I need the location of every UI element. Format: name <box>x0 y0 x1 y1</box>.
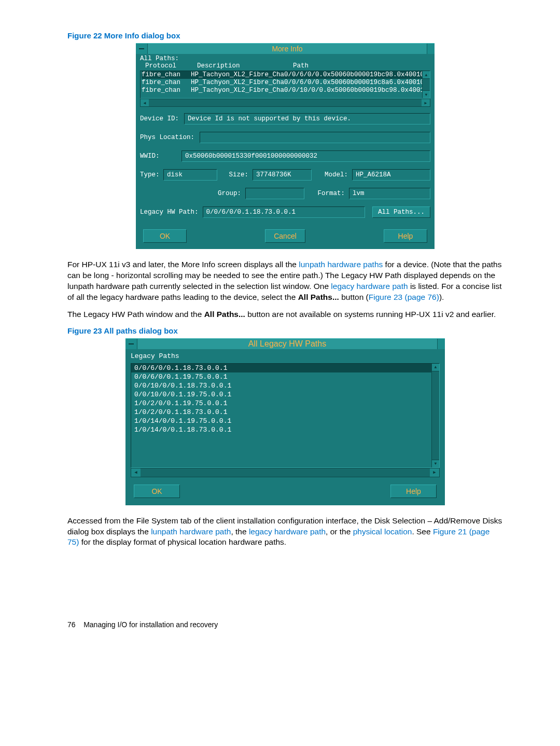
list-row[interactable]: fibre_chan HP_Tachyon_XL2_Fibre_Cha 0/0/… <box>142 87 429 94</box>
size-field: 37748736K <box>253 169 312 181</box>
scroll-left-icon[interactable]: ◀ <box>131 468 141 477</box>
wwid-label: WWID: <box>140 153 181 160</box>
all-paths-header: All Paths: <box>140 55 430 62</box>
scroll-up-icon[interactable]: ▲ <box>432 364 439 371</box>
cell-path: 0/0/6/0/0.0x50060b000019c8a6.0x4001000 <box>284 79 429 87</box>
list-row[interactable]: fibre_chan HP_Tachyon_XL2_Fibre_Cha 0/0/… <box>142 79 429 87</box>
phys-location-label: Phys Location: <box>140 134 194 141</box>
ok-button[interactable]: OK <box>143 229 187 243</box>
scroll-down-icon[interactable]: ▼ <box>432 460 439 467</box>
lunpath-hw-paths-link[interactable]: lunpath hardware paths <box>299 260 383 269</box>
format-field: lvm <box>349 188 430 199</box>
window-menu-icon[interactable] <box>136 44 148 54</box>
legacy-paths-header: Legacy Paths <box>125 349 445 360</box>
model-label: Model: <box>312 171 348 178</box>
list-item[interactable]: 1/0/14/0/0.1.19.75.0.0.1 <box>131 417 439 425</box>
list-item[interactable]: 1/0/14/0/0.1.18.73.0.0.1 <box>131 425 439 434</box>
size-label: Size: <box>217 171 248 178</box>
format-label: Format: <box>304 190 345 197</box>
col-protocol: Protocol <box>145 62 197 70</box>
window-resize-icon[interactable] <box>437 339 445 349</box>
scroll-up-icon[interactable]: ▲ <box>423 71 430 79</box>
col-description: Description <box>197 62 293 70</box>
dialog-title: All Legacy HW Paths <box>137 339 437 349</box>
body-paragraph: For HP-UX 11i v3 and later, the More Inf… <box>67 259 503 303</box>
paths-listbox[interactable]: fibre_chan HP_Tachyon_XL2_Fibre_Cha 0/0/… <box>140 71 430 99</box>
scroll-down-icon[interactable]: ▼ <box>423 90 430 98</box>
ok-button[interactable]: OK <box>134 485 180 498</box>
help-button[interactable]: Help <box>390 485 437 498</box>
titlebar: All Legacy HW Paths <box>125 338 445 349</box>
legacy-hw-path-link[interactable]: legacy hardware path <box>331 282 408 291</box>
window-resize-icon[interactable] <box>427 44 435 54</box>
list-item[interactable]: 0/0/10/0/0.1.19.75.0.0.1 <box>131 390 439 399</box>
cell-description: HP_Tachyon_XL2_Fibre_Cha <box>191 87 284 94</box>
cell-description: HP_Tachyon_XL2_Fibre_Cha <box>191 79 284 87</box>
legacy-hw-path-label: Legacy HW Path: <box>140 209 199 216</box>
scroll-right-icon[interactable]: ▶ <box>422 99 430 106</box>
cell-protocol: fibre_chan <box>142 71 191 79</box>
horizontal-scrollbar[interactable]: ◀ ▶ <box>140 99 430 107</box>
cell-protocol: fibre_chan <box>142 79 191 87</box>
scroll-left-icon[interactable]: ◀ <box>141 99 149 106</box>
figure23-ref-link[interactable]: Figure 23 (page 76) <box>369 293 439 301</box>
legacy-paths-listbox[interactable]: 0/0/6/0/0.1.18.73.0.0.1 0/0/6/0/0.1.19.7… <box>131 363 440 468</box>
dialog-title: More Info <box>148 44 427 54</box>
model-field: HP_A6218A <box>352 169 430 181</box>
body-paragraph: Accessed from the File System tab of the… <box>67 516 503 548</box>
phys-location-field <box>200 132 430 143</box>
horizontal-scrollbar[interactable]: ◀ ▶ <box>131 468 440 477</box>
list-item[interactable]: 0/0/6/0/0.1.18.73.0.0.1 <box>131 364 439 372</box>
legacy-hw-path-field: 0/0/6/0/0.1.18.73.0.0.1 <box>203 206 365 218</box>
physical-location-link[interactable]: physical location <box>353 527 412 536</box>
group-label: Group: <box>218 190 241 197</box>
scroll-right-icon[interactable]: ▶ <box>430 468 439 477</box>
all-paths-dialog: All Legacy HW Paths Legacy Paths 0/0/6/0… <box>125 338 445 505</box>
vertical-scrollbar[interactable]: ▲ ▼ <box>431 364 439 467</box>
type-label: Type: <box>140 171 163 178</box>
list-item[interactable]: 0/0/10/0/0.1.18.73.0.0.1 <box>131 381 439 390</box>
list-row[interactable]: fibre_chan HP_Tachyon_XL2_Fibre_Cha 0/0/… <box>142 71 429 79</box>
cell-path: 0/0/10/0/0.0x50060b000019bc98.0x400100 <box>284 87 429 94</box>
cell-path: 0/0/6/0/0.0x50060b000019bc98.0x4001001 <box>284 71 429 79</box>
wwid-field: 0x50060b000015330f0001000000000032 <box>181 150 430 162</box>
list-item[interactable]: 1/0/2/0/0.1.18.73.0.0.1 <box>131 408 439 417</box>
list-item[interactable]: 0/0/6/0/0.1.19.75.0.0.1 <box>131 372 439 381</box>
window-menu-icon[interactable] <box>125 339 137 349</box>
chapter-title: Managing I/O for installation and recove… <box>83 620 218 629</box>
titlebar: More Info <box>136 43 435 54</box>
figure22-caption: Figure 22 More Info dialog box <box>67 31 503 40</box>
body-paragraph: The Legacy HW Path window and the All Pa… <box>67 309 503 320</box>
device-id-field: Device Id is not supported by this devic… <box>184 113 430 125</box>
vertical-scrollbar[interactable]: ▲ ▼ <box>422 71 430 98</box>
more-info-dialog: More Info All Paths: Protocol Descriptio… <box>136 43 435 249</box>
legacy-hw-path-link[interactable]: legacy hardware path <box>249 527 326 536</box>
cancel-button[interactable]: Cancel <box>265 229 305 243</box>
all-paths-button[interactable]: All Paths... <box>372 206 430 218</box>
type-field: disk <box>163 169 217 181</box>
help-button[interactable]: Help <box>384 229 427 243</box>
group-field <box>245 188 304 199</box>
cell-description: HP_Tachyon_XL2_Fibre_Cha <box>191 71 284 79</box>
col-path: Path <box>293 62 430 70</box>
page-number: 76 <box>67 620 76 629</box>
lunpath-hw-path-link[interactable]: lunpath hardware path <box>151 527 231 536</box>
figure23-caption: Figure 23 All paths dialog box <box>67 326 503 335</box>
page-footer: 76 Managing I/O for installation and rec… <box>67 620 503 629</box>
device-id-label: Device ID: <box>140 115 179 122</box>
list-item[interactable]: 1/0/2/0/0.1.19.75.0.0.1 <box>131 399 439 408</box>
cell-protocol: fibre_chan <box>142 87 191 94</box>
